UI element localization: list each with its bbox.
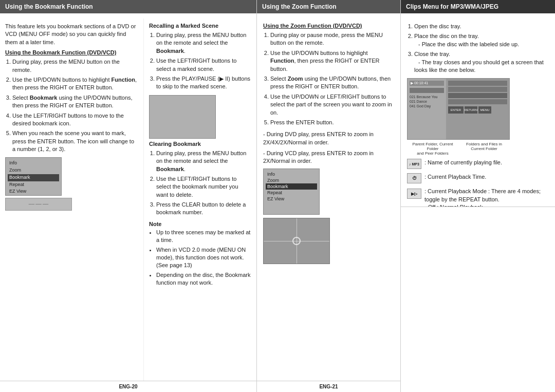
clear-step-1: During play, press the MENU button on th… <box>156 150 251 173</box>
note-title: Note <box>149 221 251 227</box>
recalling-title: Recalling a Marked Scene <box>149 23 251 29</box>
bookmark-main-col: This feature lets you bookmark sections … <box>0 18 143 381</box>
left-panel: Using the Bookmark Function This feature… <box>0 0 257 392</box>
left-footer: ENG-20 <box>0 381 256 392</box>
recall-step-3: Press the PLAY/PAUSE (▶ II) buttons to s… <box>156 75 251 91</box>
clips-content: Open the disc tray. Place the disc on th… <box>401 18 555 207</box>
bookmark-step-3: Select Bookmark using the UP/DOWN button… <box>12 94 138 110</box>
clips-caption-left: Parent Folder, Current Folderand Peer Fo… <box>407 142 458 156</box>
menu-ezview: EZ View <box>8 188 59 195</box>
zoom-step-4: Use the UP/DOWN or LEFT/RIGHT buttons to… <box>270 93 394 117</box>
note-2: When in VCD 2.0 mode (MENU ON mode), thi… <box>156 246 251 270</box>
bookmark-side-col: Recalling a Marked Scene During play, pr… <box>143 18 256 381</box>
zoom-header: Using the Zoom Function <box>257 0 400 13</box>
menu-zoom: Zoom <box>8 167 59 174</box>
note-3: Depending on the disc, the Bookmark func… <box>156 271 251 287</box>
bookmark-bar-screen: ── ── ── <box>5 198 72 211</box>
mid-footer: ENG-21 <box>257 381 401 392</box>
zoom-dvdvcd-title: Using the Zoom Function (DVD/VCD) <box>263 23 394 29</box>
recall-step-1: During play, press the MENU button on th… <box>156 31 251 55</box>
zoom-step-1: During play or pause mode, press the MEN… <box>270 31 394 47</box>
zoom-menu-screen: Info Zoom Bookmark Repeat EZ View <box>263 169 320 215</box>
icon-row-time: ⏱ : Current Playback Time. <box>407 173 549 183</box>
clear-step-2: Use the LEFT/RIGHT buttons to select the… <box>156 175 251 199</box>
clips-header: Clips Menu for MP3/WMA/JPEG <box>401 0 555 13</box>
zoom-content: Using the Zoom Function (DVD/VCD) During… <box>257 18 400 381</box>
bookmark-intro: This feature lets you bookmark sections … <box>5 23 138 46</box>
icon-row-mode: ▶▷ : Current Playback Mode : There are 4… <box>407 188 549 207</box>
mid-panel: Using the Zoom Function Using the Zoom F… <box>257 0 401 392</box>
clips-screen-area: ▶ 00:10:41 021 Because You 021 Dance 041… <box>407 78 549 156</box>
menu-bookmark: Bookmark <box>8 174 59 181</box>
zoom-step-3: Select Zoom using the UP/DOWN buttons, t… <box>270 75 394 91</box>
icon-mp3-name: ♪ MP3 <box>407 159 421 169</box>
zoom-crosshair-screen <box>263 218 330 264</box>
bookmark-header: Using the Bookmark Function <box>0 0 256 13</box>
clips-step-2: Place the disc on the tray.- Place the d… <box>414 32 549 48</box>
zoom-note-dvd: - During DVD play, press ENTER to zoom i… <box>263 130 394 146</box>
note-box: Note Up to three scenes may be marked at… <box>149 221 251 287</box>
icon-time: ⏱ <box>407 173 421 183</box>
icon-desc-mode: : Current Playback Mode : There are 4 mo… <box>424 188 549 207</box>
bookmark-steps-list: During play, press the MENU button on th… <box>12 58 138 153</box>
zoom-step-2: Use the UP/DOWN buttons to highlight Fun… <box>270 49 394 73</box>
recalling-steps: During play, press the MENU button on th… <box>156 31 251 91</box>
recall-step-2: Use the LEFT/RIGHT buttons to select a m… <box>156 57 251 73</box>
zoom-note-vcd: - During VCD play, press ENTER to zoom i… <box>263 150 394 165</box>
note-list: Up to three scenes may be marked at a ti… <box>156 229 251 287</box>
clips-steps: Open the disc tray. Place the disc on th… <box>414 23 549 74</box>
far-panel: Clips Menu for MP3/WMA/JPEG Open the dis… <box>401 0 555 392</box>
bookmark-dvdvcd-title: Using the Bookmark Function (DVD/VCD) <box>5 49 138 55</box>
bookmark-menu-screen: Info Zoom Bookmark Repeat EZ View <box>5 157 62 196</box>
zoom-screens-row: Info Zoom Bookmark Repeat EZ View <box>263 169 394 215</box>
clips-caption: Parent Folder, Current Folderand Peer Fo… <box>407 142 510 156</box>
note-1: Up to three scenes may be marked at a ti… <box>156 229 251 245</box>
clearing-steps: During play, press the MENU button on th… <box>156 150 251 217</box>
clearing-title: Clearing Bookmark <box>149 141 251 147</box>
icon-desc-time: : Current Playback Time. <box>424 173 486 181</box>
bookmark-step-2: Use the UP/DOWN buttons to highlight Fun… <box>12 76 138 92</box>
right-panels: Using the Zoom Function Using the Zoom F… <box>257 0 555 392</box>
clear-step-3: Press the CLEAR button to delete a bookm… <box>156 201 251 217</box>
clips-step-3: Close the tray.- The tray closes and you… <box>414 50 549 74</box>
menu-info: Info <box>8 160 59 167</box>
icon-desc-name: : Name of currently playing file. <box>424 159 502 166</box>
recalling-screen <box>149 95 216 139</box>
icon-mode: ▶▷ <box>407 189 421 199</box>
far-footer <box>401 207 555 392</box>
clips-main-screen: ▶ 00:10:41 021 Because You 021 Dance 041… <box>407 78 510 140</box>
main-page: Using the Bookmark Function This feature… <box>0 0 555 392</box>
clips-step-1: Open the disc tray. <box>414 23 549 30</box>
bookmark-step-4: Use the LEFT/RIGHT buttons to move to th… <box>12 112 138 128</box>
menu-repeat: Repeat <box>8 181 59 189</box>
zoom-steps: During play or pause mode, press the MEN… <box>270 31 394 126</box>
clips-caption-right: Folders and Files inCurrent Folder <box>458 142 510 156</box>
zoom-step-5: Press the ENTER button. <box>270 119 394 126</box>
bookmark-step-1: During play, press the MENU button on th… <box>12 58 138 74</box>
bookmark-step-5: When you reach the scene you want to mar… <box>12 129 138 153</box>
icon-row-name: ♪ MP3 : Name of currently playing file. <box>407 159 549 169</box>
